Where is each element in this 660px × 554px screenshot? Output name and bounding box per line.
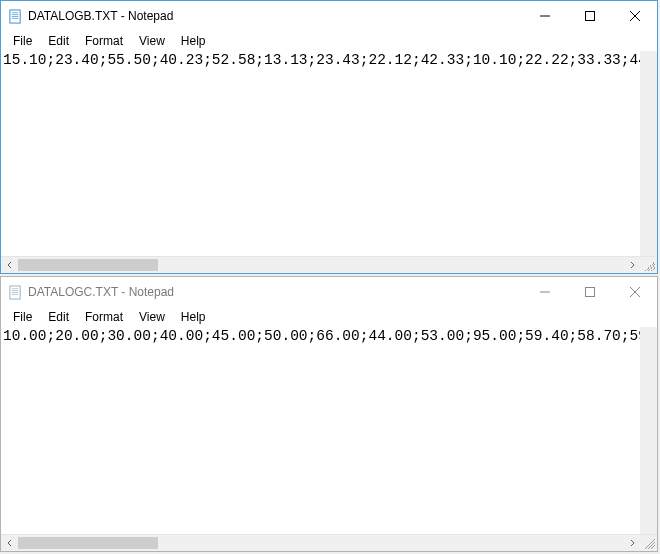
resize-grip-icon[interactable]: [640, 535, 657, 551]
minimize-button[interactable]: [522, 277, 567, 307]
notepad-icon: [7, 8, 23, 24]
vertical-scrollbar[interactable]: [640, 51, 657, 256]
titlebar[interactable]: DATALOGB.TXT - Notepad: [1, 1, 657, 31]
close-button[interactable]: [612, 277, 657, 307]
menu-format[interactable]: Format: [77, 308, 131, 326]
menu-edit[interactable]: Edit: [40, 308, 77, 326]
scroll-left-arrow-icon[interactable]: [1, 535, 18, 551]
notepad-window-b: DATALOGB.TXT - Notepad File Edit Format …: [0, 0, 658, 274]
menu-edit[interactable]: Edit: [40, 32, 77, 50]
vertical-scrollbar[interactable]: [640, 327, 657, 534]
notepad-window-c: DATALOGC.TXT - Notepad File Edit Format …: [0, 276, 658, 552]
text-area[interactable]: 10.00;20.00;30.00;40.00;45.00;50.00;66.0…: [1, 327, 657, 534]
minimize-button[interactable]: [522, 1, 567, 31]
menu-file[interactable]: File: [5, 32, 40, 50]
scroll-left-arrow-icon[interactable]: [1, 257, 18, 273]
svg-rect-15: [585, 288, 594, 297]
scroll-track[interactable]: [18, 257, 623, 273]
horizontal-scrollbar[interactable]: [1, 256, 657, 273]
text-content: 15.10;23.40;55.50;40.23;52.58;13.13;23.4…: [1, 51, 657, 70]
maximize-button[interactable]: [567, 1, 612, 31]
scroll-thumb[interactable]: [18, 537, 158, 549]
menu-view[interactable]: View: [131, 32, 173, 50]
notepad-icon: [7, 284, 23, 300]
text-area[interactable]: 15.10;23.40;55.50;40.23;52.58;13.13;23.4…: [1, 51, 657, 256]
window-controls: [522, 1, 657, 31]
scroll-track[interactable]: [18, 535, 623, 551]
close-button[interactable]: [612, 1, 657, 31]
menu-format[interactable]: Format: [77, 32, 131, 50]
menu-file[interactable]: File: [5, 308, 40, 326]
horizontal-scrollbar[interactable]: [1, 534, 657, 551]
text-content: 10.00;20.00;30.00;40.00;45.00;50.00;66.0…: [1, 327, 657, 346]
menu-help[interactable]: Help: [173, 308, 214, 326]
svg-rect-6: [585, 12, 594, 21]
menu-view[interactable]: View: [131, 308, 173, 326]
scroll-thumb[interactable]: [18, 259, 158, 271]
maximize-button[interactable]: [567, 277, 612, 307]
titlebar[interactable]: DATALOGC.TXT - Notepad: [1, 277, 657, 307]
scroll-right-arrow-icon[interactable]: [623, 535, 640, 551]
scroll-right-arrow-icon[interactable]: [623, 257, 640, 273]
window-title: DATALOGC.TXT - Notepad: [28, 285, 522, 299]
window-controls: [522, 277, 657, 307]
menu-help[interactable]: Help: [173, 32, 214, 50]
window-title: DATALOGB.TXT - Notepad: [28, 9, 522, 23]
menubar: File Edit Format View Help: [1, 31, 657, 51]
menubar: File Edit Format View Help: [1, 307, 657, 327]
resize-grip-icon[interactable]: [640, 257, 657, 273]
